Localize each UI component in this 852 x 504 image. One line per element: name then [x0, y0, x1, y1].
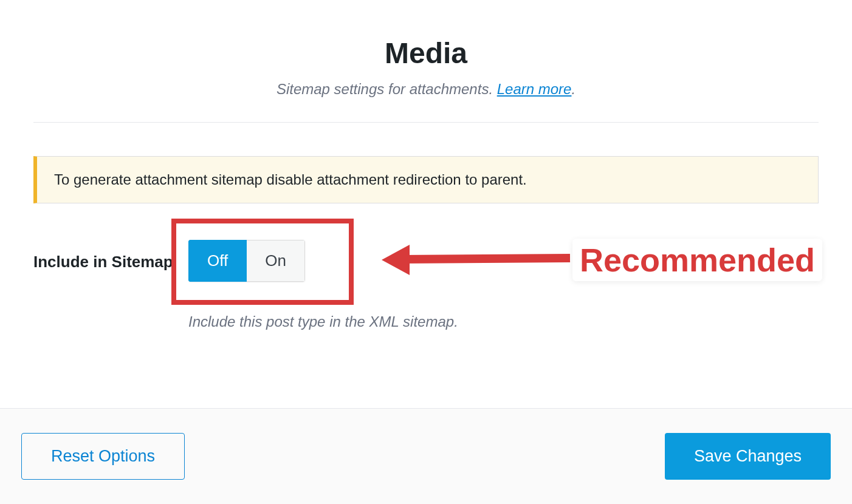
annotation-recommended-callout: Recommended: [382, 226, 822, 293]
subtitle-text: Sitemap settings for attachments.: [277, 81, 497, 97]
annotation-recommended-text: Recommended: [572, 239, 822, 281]
notice-text: To generate attachment sitemap disable a…: [54, 171, 527, 188]
svg-line-0: [400, 258, 570, 259]
learn-more-link[interactable]: Learn more: [497, 81, 572, 97]
reset-options-button[interactable]: Reset Options: [21, 433, 185, 480]
toggle-on-option[interactable]: On: [247, 240, 305, 282]
page-title: Media: [33, 36, 819, 70]
page-subtitle: Sitemap settings for attachments. Learn …: [33, 81, 819, 98]
setting-description: Include this post type in the XML sitema…: [188, 313, 458, 330]
footer-actions: Reset Options Save Changes: [0, 408, 852, 504]
setting-label: Include in Sitemap: [33, 240, 188, 273]
toggle-off-option[interactable]: Off: [188, 240, 247, 282]
svg-marker-1: [382, 245, 410, 275]
setting-include-in-sitemap: Include in Sitemap Recommended Off On In…: [33, 240, 819, 330]
page-header: Media Sitemap settings for attachments. …: [33, 36, 819, 98]
subtitle-period: .: [571, 81, 575, 97]
save-changes-button[interactable]: Save Changes: [665, 433, 831, 480]
annotation-arrow-icon: [382, 226, 576, 293]
include-sitemap-toggle[interactable]: Off On: [188, 240, 305, 282]
notice-box: To generate attachment sitemap disable a…: [33, 156, 819, 203]
divider: [33, 122, 819, 123]
